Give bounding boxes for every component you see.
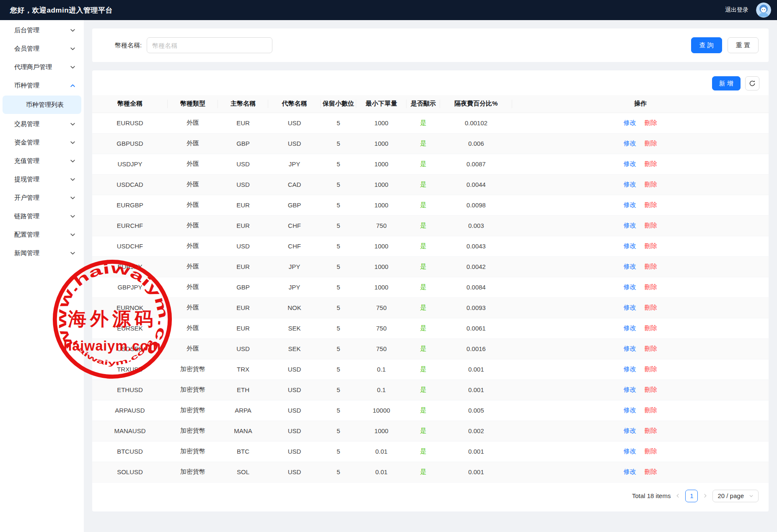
edit-link[interactable]: 修改 bbox=[624, 427, 636, 434]
table-cell: USD bbox=[218, 174, 268, 195]
delete-link[interactable]: 刪除 bbox=[645, 283, 657, 290]
sidebar-item-1[interactable]: 会员管理 bbox=[0, 39, 84, 58]
sidebar-subitem[interactable]: 币种管理列表 bbox=[3, 96, 81, 114]
table-cell: 0.0093 bbox=[440, 297, 512, 318]
add-button[interactable]: 新 增 bbox=[712, 76, 741, 90]
sidebar-item-9[interactable]: 链路管理 bbox=[0, 207, 84, 225]
delete-link[interactable]: 刪除 bbox=[645, 447, 657, 455]
page-size-select[interactable]: 20 / page bbox=[712, 490, 759, 502]
delete-link[interactable]: 刪除 bbox=[645, 201, 657, 208]
delete-link[interactable]: 刪除 bbox=[645, 324, 657, 331]
query-button[interactable]: 查 詢 bbox=[691, 37, 722, 53]
sidebar-item-6[interactable]: 充值管理 bbox=[0, 152, 84, 170]
chevron-down-icon bbox=[70, 46, 75, 52]
total-items-text: Total 18 items bbox=[632, 492, 671, 499]
prev-page-button[interactable] bbox=[675, 493, 681, 498]
edit-link[interactable]: 修改 bbox=[624, 222, 636, 229]
edit-link[interactable]: 修改 bbox=[624, 201, 636, 208]
edit-link[interactable]: 修改 bbox=[624, 468, 636, 475]
table-cell: 外匯 bbox=[168, 113, 218, 133]
edit-link[interactable]: 修改 bbox=[624, 242, 636, 249]
sidebar-item-4[interactable]: 交易管理 bbox=[0, 115, 84, 133]
sidebar-item-0[interactable]: 后台管理 bbox=[0, 21, 84, 39]
table-cell: USD bbox=[268, 359, 321, 380]
sidebar-item-3[interactable]: 币种管理 bbox=[0, 76, 84, 95]
delete-link[interactable]: 刪除 bbox=[645, 386, 657, 393]
chevron-down-icon bbox=[70, 232, 75, 238]
edit-link[interactable]: 修改 bbox=[624, 304, 636, 311]
sidebar-item-5[interactable]: 资金管理 bbox=[0, 133, 84, 152]
table-cell: EUR bbox=[218, 215, 268, 236]
table-cell: 1000 bbox=[356, 113, 407, 133]
currency-table-panel: 新 增 幣種全稱幣種類型主幣名稱代幣名稱保留小數位最小下單量是否 bbox=[92, 70, 769, 511]
sidebar-item-label: 配置管理 bbox=[14, 231, 39, 239]
edit-link[interactable]: 修改 bbox=[624, 181, 636, 188]
edit-link[interactable]: 修改 bbox=[624, 406, 636, 413]
edit-link[interactable]: 修改 bbox=[624, 283, 636, 290]
sidebar-item-2[interactable]: 代理商戶管理 bbox=[0, 58, 84, 76]
visible-status: 是 bbox=[407, 318, 440, 338]
table-cell: GBPUSD bbox=[92, 133, 168, 154]
logout-button[interactable]: 退出登录 bbox=[725, 6, 749, 14]
table-cell: 750 bbox=[356, 338, 407, 359]
admin-app: 您好，欢迎admin进入管理平台 退出登录 后台管理 会员管理 代理商戶管理 bbox=[0, 0, 777, 532]
edit-link[interactable]: 修改 bbox=[624, 447, 636, 455]
sidebar-item-11[interactable]: 新闻管理 bbox=[0, 244, 84, 262]
table-cell: 750 bbox=[356, 318, 407, 338]
delete-link[interactable]: 刪除 bbox=[645, 365, 657, 372]
refresh-button[interactable] bbox=[745, 76, 759, 90]
visible-status: 是 bbox=[407, 154, 440, 174]
table-row: EURSEK外匯EURSEK5750是0.0061修改刪除 bbox=[92, 318, 769, 338]
edit-link[interactable]: 修改 bbox=[624, 324, 636, 331]
table-cell: 0.003 bbox=[440, 215, 512, 236]
page-number-button[interactable]: 1 bbox=[685, 490, 698, 502]
table-cell: 0.1 bbox=[356, 359, 407, 380]
delete-link[interactable]: 刪除 bbox=[645, 139, 657, 147]
delete-link[interactable]: 刪除 bbox=[645, 160, 657, 167]
table-cell: 外匯 bbox=[168, 215, 218, 236]
next-page-button[interactable] bbox=[702, 493, 708, 498]
delete-link[interactable]: 刪除 bbox=[645, 427, 657, 434]
table-cell: 0.01 bbox=[356, 441, 407, 462]
table-cell: 5 bbox=[321, 256, 356, 277]
edit-link[interactable]: 修改 bbox=[624, 139, 636, 147]
edit-link[interactable]: 修改 bbox=[624, 160, 636, 167]
delete-link[interactable]: 刪除 bbox=[645, 242, 657, 249]
edit-link[interactable]: 修改 bbox=[624, 386, 636, 393]
delete-link[interactable]: 刪除 bbox=[645, 406, 657, 413]
edit-link[interactable]: 修改 bbox=[624, 365, 636, 372]
sidebar-item-label: 新闻管理 bbox=[14, 249, 39, 257]
edit-link[interactable]: 修改 bbox=[624, 119, 636, 126]
table-cell: EUR bbox=[218, 318, 268, 338]
table-cell: 5 bbox=[321, 400, 356, 421]
delete-link[interactable]: 刪除 bbox=[645, 468, 657, 475]
sidebar-item-7[interactable]: 提现管理 bbox=[0, 170, 84, 189]
table-cell: JPY bbox=[268, 154, 321, 174]
user-avatar[interactable] bbox=[756, 3, 771, 18]
delete-link[interactable]: 刪除 bbox=[645, 345, 657, 352]
edit-link[interactable]: 修改 bbox=[624, 263, 636, 270]
column-header: 是否顯示 bbox=[407, 95, 440, 113]
delete-link[interactable]: 刪除 bbox=[645, 304, 657, 311]
table-cell: EUR bbox=[218, 256, 268, 277]
visible-status: 是 bbox=[407, 236, 440, 256]
table-cell: 外匯 bbox=[168, 256, 218, 277]
sidebar-item-10[interactable]: 配置管理 bbox=[0, 225, 84, 244]
reset-button[interactable]: 重 置 bbox=[728, 37, 759, 53]
visible-status: 是 bbox=[407, 400, 440, 421]
edit-link[interactable]: 修改 bbox=[624, 345, 636, 352]
table-cell: 5 bbox=[321, 441, 356, 462]
delete-link[interactable]: 刪除 bbox=[645, 119, 657, 126]
chevron-down-icon bbox=[70, 177, 75, 182]
column-header: 隔夜費百分比% bbox=[440, 95, 512, 113]
delete-link[interactable]: 刪除 bbox=[645, 222, 657, 229]
table-cell: 加密貨幣 bbox=[168, 359, 218, 380]
table-row: USDJPY外匯USDJPY51000是0.0087修改刪除 bbox=[92, 154, 769, 174]
table-cell: 0.001 bbox=[440, 462, 512, 482]
table-cell: 0.0084 bbox=[440, 277, 512, 297]
table-cell: 外匯 bbox=[168, 133, 218, 154]
sidebar-item-8[interactable]: 开户管理 bbox=[0, 189, 84, 207]
delete-link[interactable]: 刪除 bbox=[645, 263, 657, 270]
currency-name-input[interactable] bbox=[147, 37, 272, 53]
delete-link[interactable]: 刪除 bbox=[645, 181, 657, 188]
